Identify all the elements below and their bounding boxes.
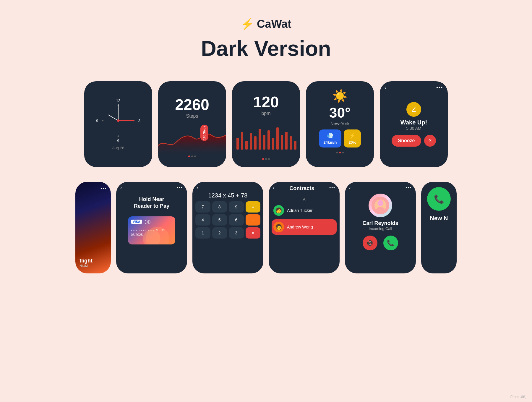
svg-rect-12 bbox=[290, 136, 292, 150]
cards-row-2: ••• tlight NIUM ‹ ••• Hold NearReader to… bbox=[0, 182, 532, 273]
svg-rect-7 bbox=[267, 130, 270, 150]
call-avatar-svg bbox=[372, 197, 389, 214]
decline-call-button[interactable]: 📵 bbox=[363, 236, 377, 250]
svg-rect-4 bbox=[254, 136, 257, 150]
call-buttons: 📵 📞 bbox=[363, 236, 398, 250]
svg-rect-8 bbox=[272, 138, 274, 150]
clock-dot-3 bbox=[102, 120, 103, 121]
alarm-menu-icon[interactable]: ••• bbox=[436, 85, 443, 90]
svg-point-17 bbox=[376, 207, 385, 213]
calc-btn-6[interactable]: 6 bbox=[229, 214, 244, 226]
steps-chart: 160 Steps bbox=[158, 122, 226, 154]
call-back-icon[interactable]: ‹ bbox=[349, 185, 351, 191]
new-card-icon: 📞 bbox=[427, 187, 451, 211]
contract-letter-a: A bbox=[272, 196, 337, 203]
bpm-label: bpm bbox=[253, 111, 279, 116]
calc-btn-multiply[interactable]: × bbox=[246, 227, 261, 239]
logo: ⚡ CaWat bbox=[0, 18, 532, 30]
contracts-menu-icon[interactable]: ••• bbox=[329, 185, 335, 192]
payment-menu-icon[interactable]: ••• bbox=[177, 185, 183, 191]
weather-wind: 24km/h bbox=[324, 140, 337, 145]
steps-count: 2260 bbox=[175, 97, 209, 112]
svg-rect-3 bbox=[250, 133, 252, 150]
call-name: Carl Reynolds bbox=[362, 220, 398, 226]
svg-rect-5 bbox=[259, 129, 261, 150]
payment-back-icon[interactable]: ‹ bbox=[120, 185, 122, 191]
flashlight-card: ••• tlight NIUM bbox=[75, 182, 111, 273]
steps-label: Steps bbox=[175, 114, 209, 119]
app-name: CaWat bbox=[257, 18, 291, 30]
clock-num-3: 3 bbox=[138, 118, 140, 123]
alarm-back-icon[interactable]: ‹ bbox=[385, 85, 386, 90]
bpm-chart-svg bbox=[235, 119, 297, 157]
payment-card: ‹ ••• Hold NearReader to Pay VISA )))) •… bbox=[116, 182, 187, 273]
call-header: ‹ ••• bbox=[345, 182, 416, 191]
svg-rect-10 bbox=[281, 135, 283, 150]
calculator-header: ‹ bbox=[192, 182, 263, 191]
weather-battery-badge: ⚡ 20% bbox=[344, 129, 361, 147]
calc-btn-2[interactable]: 2 bbox=[212, 227, 227, 239]
steps-card: 2260 Steps 160 Steps bbox=[158, 81, 226, 167]
clock-dot-2 bbox=[118, 135, 119, 137]
svg-rect-0 bbox=[236, 138, 239, 150]
calc-back-icon[interactable]: ‹ bbox=[197, 185, 198, 191]
bpm-count: 120 bbox=[253, 94, 279, 110]
contract-name-1: Andrew Wong bbox=[287, 225, 313, 229]
call-status: Incoming Call bbox=[369, 226, 392, 231]
weather-wind-badge: 💨 24km/h bbox=[319, 129, 342, 147]
clock-date: Aug 26 bbox=[112, 146, 124, 150]
cards-row-1: 12 3 6 9 Aug 26 2260 Steps 160 bbox=[0, 72, 532, 176]
calc-btn-equals[interactable]: = bbox=[246, 201, 261, 213]
calc-btn-plus[interactable]: + bbox=[246, 214, 261, 226]
page: ⚡ CaWat Dark Version 12 3 6 9 Aug 26 bbox=[0, 0, 532, 402]
weather-temp: 30° bbox=[329, 105, 351, 121]
clock-num-9: 9 bbox=[96, 118, 98, 123]
contract-name-0: Adrian Tucker bbox=[287, 208, 312, 213]
snooze-button[interactable]: Snooze bbox=[392, 135, 421, 147]
bpm-card: 120 bpm bbox=[232, 81, 300, 167]
calc-btn-7[interactable]: 7 bbox=[195, 201, 210, 213]
weather-dots bbox=[336, 152, 344, 153]
calc-btn-1[interactable]: 1 bbox=[195, 227, 210, 239]
header: ⚡ CaWat Dark Version bbox=[0, 0, 532, 72]
call-avatar bbox=[369, 194, 392, 217]
payment-header: ‹ ••• bbox=[116, 182, 187, 191]
new-card-partial: 📞 New N bbox=[421, 182, 457, 273]
visa-logo: VISA bbox=[131, 220, 142, 224]
steps-dots bbox=[188, 155, 196, 157]
calc-btn-5[interactable]: 5 bbox=[212, 214, 227, 226]
card-expiry: 06/2025 bbox=[131, 233, 172, 236]
calc-btn-9[interactable]: 9 bbox=[229, 201, 244, 213]
contract-item-0[interactable]: 🧑 Adrian Tucker bbox=[272, 203, 337, 218]
contracts-back-icon[interactable]: ‹ bbox=[273, 185, 274, 192]
alarm-buttons: Snooze × bbox=[392, 135, 436, 147]
calculator-card: ‹ 1234 x 45 + 78 7 8 9 = 4 5 6 + 1 2 3 × bbox=[192, 182, 263, 273]
calc-display: 1234 x 45 + 78 bbox=[208, 192, 248, 199]
alarm-title: Wake Up! bbox=[400, 119, 427, 126]
accept-call-button[interactable]: 📞 bbox=[383, 236, 398, 250]
close-alarm-button[interactable]: × bbox=[424, 135, 436, 147]
weather-battery: 20% bbox=[348, 140, 356, 145]
clock-face: 12 3 6 9 bbox=[96, 98, 140, 143]
call-menu-icon[interactable]: ••• bbox=[406, 185, 412, 191]
svg-rect-11 bbox=[285, 132, 288, 150]
credit-card: VISA )))) •••• •••• •••• 9999 06/2025 bbox=[128, 216, 175, 244]
clock-hand-hour bbox=[108, 114, 119, 121]
bpm-dots bbox=[262, 158, 270, 160]
new-card-label: New N bbox=[430, 215, 448, 222]
clock-center bbox=[117, 119, 119, 122]
calc-btn-3[interactable]: 3 bbox=[229, 227, 244, 239]
calc-btn-8[interactable]: 8 bbox=[212, 201, 227, 213]
calc-btn-4[interactable]: 4 bbox=[195, 214, 210, 226]
clock-card: 12 3 6 9 Aug 26 bbox=[84, 81, 152, 167]
weather-city: New-York bbox=[330, 121, 349, 126]
flashlight-menu-icon[interactable]: ••• bbox=[100, 186, 107, 191]
alarm-card: ‹ ••• Z Wake Up! 5:30 AM Snooze × bbox=[380, 81, 448, 167]
weather-card: ☀️ 30° New-York 💨 24km/h ⚡ 20% bbox=[306, 81, 374, 167]
contracts-header: ‹ Contracts ••• bbox=[269, 182, 340, 192]
contract-item-1[interactable]: 🧑 Andrew Wong bbox=[272, 219, 337, 235]
contracts-title: Contracts bbox=[289, 185, 314, 192]
contract-avatar-0: 🧑 bbox=[273, 205, 284, 216]
alarm-header: ‹ ••• bbox=[380, 81, 448, 90]
clock-num-6: 6 bbox=[117, 138, 119, 143]
